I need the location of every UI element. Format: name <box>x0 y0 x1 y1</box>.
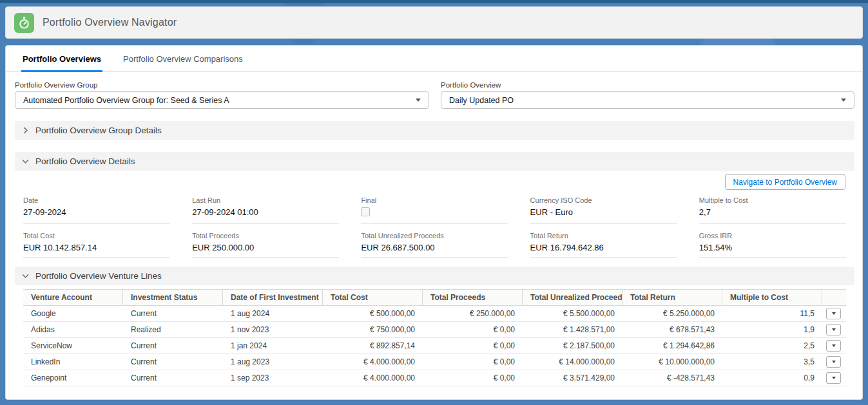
field-label: Total Unrealized Proceeds <box>361 232 508 240</box>
chevron-right-icon <box>22 127 29 134</box>
table-header-row: Venture Account Investment Status Date o… <box>23 289 846 306</box>
portfolio-overview-picker: Portfolio Overview Daily Updated PO <box>441 81 854 109</box>
cell-total-cost: € 750.000,00 <box>323 325 423 334</box>
section-title: Portfolio Overview Venture Lines <box>35 271 162 281</box>
table-body: Google Current 1 aug 2024 € 500.000,00 €… <box>23 306 846 386</box>
column-header-total-cost: Total Cost <box>323 290 423 305</box>
field-label: Currency ISO Code <box>530 196 677 204</box>
cell-total-return: € 1.294.642,86 <box>622 341 722 350</box>
row-actions-menu-button[interactable] <box>826 372 841 384</box>
cell-investment-status: Current <box>123 341 223 350</box>
cell-multiple: 11,5 <box>722 309 822 318</box>
portfolio-overview-group-picker: Portfolio Overview Group Automated Portf… <box>15 81 429 109</box>
picker-label: Portfolio Overview <box>441 81 854 89</box>
field-label: Final <box>361 196 508 204</box>
navigate-to-portfolio-overview-button[interactable]: Navigate to Portfolio Overview <box>725 174 845 190</box>
picker-label: Portfolio Overview Group <box>15 81 429 89</box>
main-card: Portfolio Overviews Portfolio Overview C… <box>5 45 863 400</box>
cell-total-proceeds: € 0,00 <box>423 341 523 350</box>
date-field: Date 27-09-2024 <box>23 196 170 223</box>
field-value: EUR - Euro <box>530 207 677 217</box>
multiple-to-cost-field: Multiple to Cost 2,7 <box>699 196 846 223</box>
cell-investment-status: Current <box>123 309 223 318</box>
chevron-down-icon <box>832 361 836 363</box>
cell-total-return: € -428.571,43 <box>622 373 722 382</box>
cell-multiple: 3,5 <box>722 357 822 366</box>
cell-investment-status: Realized <box>123 325 223 334</box>
section-title: Portfolio Overview Group Details <box>35 126 162 135</box>
stopwatch-icon <box>14 13 34 33</box>
column-header-multiple-to-cost: Multiple to Cost <box>722 290 822 305</box>
section-header-venture-lines[interactable]: Portfolio Overview Venture Lines <box>15 267 854 285</box>
window-top-strip <box>0 0 868 3</box>
tab-portfolio-overview-comparisons[interactable]: Portfolio Overview Comparisons <box>122 46 244 71</box>
section-header-overview-details[interactable]: Portfolio Overview Details <box>15 152 854 171</box>
picker-value: Daily Updated PO <box>449 96 841 105</box>
table-row: LinkedIn Current 1 aug 2023 € 4.000.000,… <box>23 354 846 370</box>
cell-investment-status: Current <box>123 357 223 366</box>
portfolio-overview-combobox[interactable]: Daily Updated PO <box>441 91 854 109</box>
row-actions-menu-button[interactable] <box>826 356 841 368</box>
chevron-down-icon <box>841 99 846 102</box>
cell-first-investment: 1 aug 2023 <box>223 357 323 366</box>
cell-first-investment: 1 nov 2023 <box>223 325 323 334</box>
cell-total-unrealized: € 5.500.000,00 <box>523 309 622 318</box>
table-row: Genepoint Current 1 sep 2023 € 4.000.000… <box>23 370 846 386</box>
column-header-venture-account: Venture Account <box>23 290 123 305</box>
column-header-date-of-first-investment: Date of First Investment <box>223 290 323 305</box>
row-actions-menu-button[interactable] <box>826 340 841 352</box>
field-value: 151.54% <box>699 243 846 252</box>
cell-venture-account: LinkedIn <box>23 357 123 366</box>
column-header-total-unrealized-proceeds: Total Unrealized Proceeds <box>523 290 622 305</box>
section-header-group-details[interactable]: Portfolio Overview Group Details <box>15 121 854 140</box>
chevron-down-icon <box>832 344 836 347</box>
table-row: Google Current 1 aug 2024 € 500.000,00 €… <box>23 306 846 322</box>
column-header-total-return: Total Return <box>622 290 722 305</box>
table-row: ServiceNow Current 1 jan 2024 € 892.857,… <box>23 338 846 354</box>
cell-total-cost: € 4.000.000,00 <box>323 357 423 366</box>
cell-venture-account: Genepoint <box>23 373 123 382</box>
table-row: Adidas Realized 1 nov 2023 € 750.000,00 … <box>23 322 846 338</box>
cell-total-cost: € 500.000,00 <box>323 309 423 318</box>
cell-venture-account: ServiceNow <box>23 341 123 350</box>
gross-irr-field: Gross IRR 151.54% <box>699 232 846 258</box>
total-proceeds-field: Total Proceeds EUR 250.000.00 <box>192 232 339 258</box>
row-actions-menu-button[interactable] <box>826 308 841 319</box>
field-label: Total Cost <box>23 232 170 240</box>
cell-total-cost: € 4.000.000,00 <box>323 373 423 382</box>
field-value: EUR 10.142.857.14 <box>23 243 170 252</box>
venture-lines-table: Venture Account Investment Status Date o… <box>23 289 846 386</box>
cell-multiple: 1,9 <box>722 325 822 334</box>
tab-portfolio-overviews[interactable]: Portfolio Overviews <box>21 46 102 71</box>
cell-total-proceeds: € 0,00 <box>423 325 523 334</box>
row-actions-menu-button[interactable] <box>826 324 841 335</box>
field-label: Gross IRR <box>699 232 846 240</box>
last-run-field: Last Run 27-09-2024 01:00 <box>192 196 339 223</box>
page-title: Portfolio Overview Navigator <box>43 17 177 28</box>
cell-multiple: 0,9 <box>722 373 822 382</box>
tab-label: Portfolio Overviews <box>23 54 101 64</box>
field-label: Date <box>23 196 170 204</box>
picker-value: Automated Portfolio Overview Group for: … <box>23 96 416 105</box>
chevron-down-icon <box>832 312 836 315</box>
field-value: 27-09-2024 <box>23 207 170 217</box>
cell-total-unrealized: € 14.000.000,00 <box>523 357 622 366</box>
chevron-down-icon <box>832 328 836 331</box>
chevron-down-icon <box>832 377 836 379</box>
final-checkbox[interactable] <box>361 207 370 216</box>
field-value: EUR 16.794.642.86 <box>530 243 677 252</box>
cell-venture-account: Adidas <box>23 325 123 334</box>
field-label: Last Run <box>192 196 339 204</box>
currency-iso-code-field: Currency ISO Code EUR - Euro <box>530 196 677 223</box>
tab-label: Portfolio Overview Comparisons <box>123 54 243 64</box>
cell-total-unrealized: € 3.571.429,00 <box>523 373 622 382</box>
cell-venture-account: Google <box>23 309 123 318</box>
field-value: 27-09-2024 01:00 <box>192 207 339 217</box>
cell-total-cost: € 892.857,14 <box>323 341 423 350</box>
column-header-investment-status: Investment Status <box>123 290 223 305</box>
column-header-total-proceeds: Total Proceeds <box>423 290 523 305</box>
cell-total-return: € 678.571,43 <box>622 325 722 334</box>
field-label: Multiple to Cost <box>699 196 846 204</box>
final-field: Final <box>361 196 508 223</box>
portfolio-overview-group-combobox[interactable]: Automated Portfolio Overview Group for: … <box>15 91 429 109</box>
